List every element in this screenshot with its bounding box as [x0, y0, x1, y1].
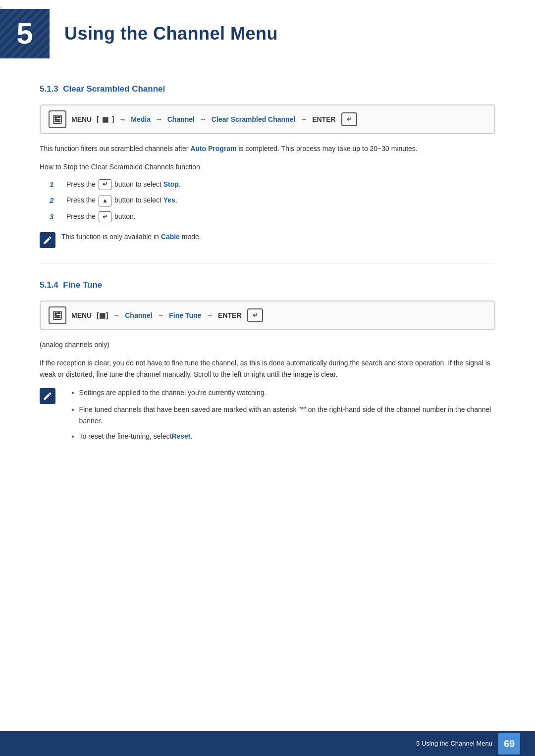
section-513: 5.1.3 Clear Scrambled Channel MENU — [40, 82, 495, 248]
nav-arrow-514-2: → — [157, 310, 164, 321]
page-title: Using the Channel Menu — [64, 19, 278, 48]
bullet-3: To reset the fine-tuning, select Reset. — [71, 431, 495, 443]
svg-point-5 — [55, 117, 57, 119]
nav-path-513: MENU [ ▦ ] → Media → Channel → Clear Scr… — [40, 104, 495, 134]
nav-path-514: MENU [▦] → Channel → Fine Tune → ENTER ↵ — [40, 301, 495, 330]
steps-list: 1 Press the ↵ button to select Stop. 2 P… — [40, 179, 495, 223]
section-divider — [40, 263, 495, 263]
nav-menu-label-514: MENU — [71, 310, 92, 321]
section-513-body1: This function filters out scrambled chan… — [40, 143, 495, 154]
section-514-body1: If the reception is clear, you do not ha… — [40, 357, 495, 380]
note-text-513: This function is only available in Cable… — [61, 231, 201, 243]
nav-arrow-514-1: → — [113, 310, 120, 321]
svg-rect-12 — [55, 315, 60, 316]
note-icon-514 — [40, 388, 55, 404]
page-footer: 5 Using the Channel Menu 69 — [0, 731, 535, 756]
nav-arrow-2: → — [156, 114, 162, 125]
step-2: 2 Press the ▲ button to select Yes. — [50, 195, 495, 207]
nav-arrow-3: → — [200, 114, 207, 125]
nav-menu-bracket-close: ] — [112, 114, 116, 125]
enter-key-step3: ↵ — [99, 211, 111, 222]
analog-note: (analog channels only) — [40, 339, 495, 351]
footer-chapter-label: 5 Using the Channel Menu — [416, 739, 492, 749]
note-513: This function is only available in Cable… — [40, 231, 495, 248]
menu-icon — [49, 110, 66, 128]
nav-menu-label: MENU — [71, 114, 92, 125]
stop-keyword: Stop — [163, 180, 179, 188]
nav-item-finetune: Fine Tune — [167, 310, 203, 321]
menu-icon-514 — [49, 306, 66, 324]
svg-rect-11 — [57, 313, 60, 314]
nav-arrow-4: → — [300, 114, 307, 125]
stop-heading: How to Stop the Clear Scrambled Channels… — [40, 161, 495, 172]
bullets-container: Settings are applied to the channel you'… — [61, 387, 495, 447]
enter-button-icon-514: ↵ — [247, 308, 263, 322]
enter-key-step1: ↵ — [99, 179, 111, 190]
yes-keyword: Yes — [163, 196, 175, 204]
bullet-2: Fine tuned channels that have been saved… — [71, 404, 495, 427]
section-514-heading: 5.1.4 Fine Tune — [40, 278, 495, 292]
up-key-step2: ▲ — [99, 196, 111, 206]
nav-arrow-514-3: → — [206, 310, 213, 321]
note-icon-513 — [40, 232, 55, 248]
nav-brackets-514: [▦] — [95, 310, 110, 321]
nav-menu-bracket: [ — [95, 114, 99, 125]
nav-item-media: Media — [129, 114, 152, 125]
section-514: 5.1.4 Fine Tune MENU [▦] → Channel — [40, 278, 495, 447]
bullet-1: Settings are applied to the channel you'… — [71, 387, 495, 400]
svg-rect-8 — [55, 121, 60, 121]
step-1: 1 Press the ↵ button to select Stop. — [50, 179, 495, 191]
main-content: 5.1.3 Clear Scrambled Channel MENU — [0, 82, 535, 487]
nav-grid-icon: ▦ — [102, 114, 109, 125]
note-514: Settings are applied to the channel you'… — [40, 387, 495, 447]
footer-page-number: 69 — [498, 733, 520, 755]
fine-tune-bullets: Settings are applied to the channel you'… — [71, 387, 495, 443]
svg-rect-7 — [55, 119, 60, 120]
nav-item-channel: Channel — [165, 114, 197, 125]
nav-item-clear: Clear Scrambled Channel — [210, 114, 297, 125]
step-3: 3 Press the ↵ button. — [50, 211, 495, 223]
nav-item-channel-514: Channel — [123, 310, 154, 321]
auto-program-highlight: Auto Program — [190, 145, 236, 152]
svg-rect-13 — [55, 317, 60, 317]
svg-rect-6 — [57, 117, 60, 118]
enter-button-icon: ↵ — [341, 112, 357, 126]
nav-arrow-1: → — [119, 114, 126, 125]
chapter-number: 5 — [0, 9, 50, 58]
svg-point-10 — [55, 313, 57, 315]
reset-keyword: Reset — [171, 431, 190, 442]
page-header: 5 Using the Channel Menu — [0, 0, 535, 67]
cable-keyword: Cable — [161, 233, 180, 241]
section-513-heading: 5.1.3 Clear Scrambled Channel — [40, 82, 495, 96]
